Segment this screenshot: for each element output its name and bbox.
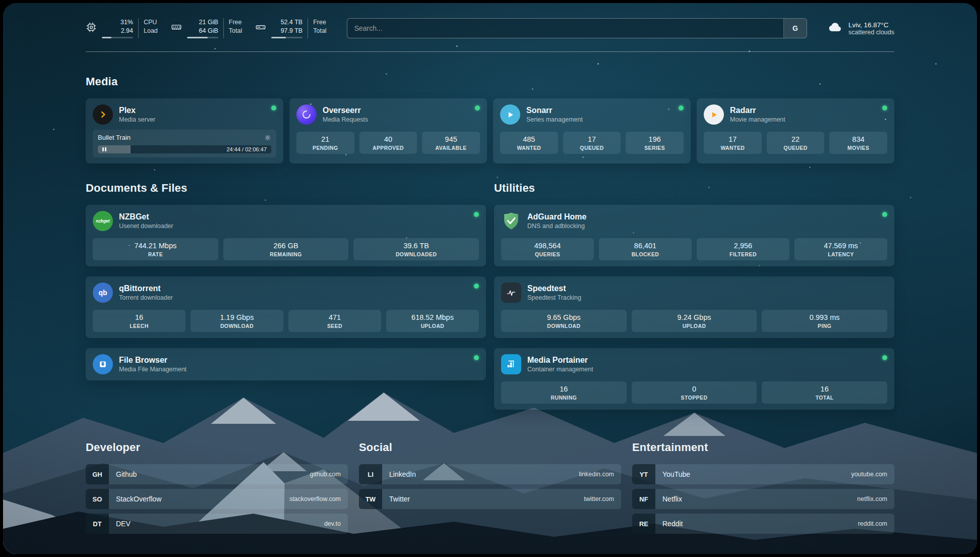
stat-queued: 22QUEUED [767,132,825,154]
service-title: Sonarr [526,106,583,115]
stat-stopped: 0STOPPED [632,381,757,404]
bookmark-stackoverflow[interactable]: SO StackOverflow stackoverflow.com [86,489,348,509]
qbittorrent-card[interactable]: qb qBittorrent Torrent downloader 16LEEC… [86,276,486,338]
search-input[interactable] [347,24,783,32]
portainer-icon [501,354,521,374]
bookmark-reddit[interactable]: RE Reddit reddit.com [632,514,894,534]
bookmark-github[interactable]: GH Github github.com [86,464,348,484]
section-media: Media Plex Media server [86,75,894,163]
service-title: File Browser [119,356,187,365]
service-subtitle: Series management [526,116,583,123]
service-subtitle: Movie management [730,116,785,123]
now-playing-title: Bullet Train [98,134,131,141]
weather-widget[interactable]: Lviv, 16.87°C scattered clouds [827,19,894,37]
bookmark-name: YouTube [662,470,690,478]
memory-label-top: Free [229,18,242,26]
two-column-area: Documents & Files nzbget NZBGet Usenet d… [86,182,894,420]
bookmark-url: reddit.com [858,520,894,527]
gear-icon[interactable] [264,134,271,141]
portainer-card[interactable]: Media Portainer Container management 16R… [494,348,894,410]
stat-upload: 9.24 GbpsUPLOAD [632,310,757,332]
stat-downloaded: 39.6 TBDOWNLOADED [353,238,479,260]
section-title-social: Social [359,441,621,454]
service-title: AdGuard Home [527,212,586,221]
overseerr-icon [296,104,317,125]
bookmark-url: youtube.com [851,471,894,478]
memory-label-bottom: Total [229,27,242,35]
status-dot-online [882,355,887,360]
stat-wanted: 17WANTED [704,132,762,154]
sonarr-card[interactable]: Sonarr Series management 485WANTED 17QUE… [493,98,691,163]
plex-card[interactable]: Plex Media server Bullet Train [86,98,283,163]
cpu-percent: 31% [120,18,133,26]
status-dot-online [475,105,480,110]
speedtest-card[interactable]: Speedtest Speedtest Tracking 9.65 GbpsDO… [494,276,894,338]
cloud-icon [827,19,843,37]
stat-blocked: 86,401BLOCKED [599,238,692,260]
section-title-entertainment: Entertainment [632,441,894,454]
bookmark-twitter[interactable]: TW Twitter twitter.com [359,489,621,509]
memory-icon [171,22,182,35]
search-bar: G [347,18,807,38]
bookmark-url: github.com [310,471,348,478]
status-dot-online [474,284,479,289]
nzbget-card[interactable]: nzbget NZBGet Usenet downloader 744.21 M… [86,205,486,266]
service-subtitle: Torrent downloader [119,294,173,301]
disk-widget: 52.4 TB 97.9 TB Free Total [255,18,326,38]
disk-icon [255,22,266,35]
bookmark-youtube[interactable]: YT YouTube youtube.com [632,464,894,484]
section-title-developer: Developer [86,441,348,454]
filebrowser-card[interactable]: File Browser Media File Management [86,348,486,380]
disk-total: 97.9 TB [281,27,303,35]
bookmark-dev[interactable]: DT DEV dev.to [86,514,348,534]
bookmark-abbr: NF [632,489,655,509]
stat-remaining: 266 GBREMAINING [223,238,349,260]
dashboard-frame: 31% 2.94 CPU Load [3,3,977,554]
bookmark-abbr: SO [86,489,109,509]
bookmark-name: DEV [116,520,131,528]
stat-approved: 40APPROVED [359,132,417,154]
bookmark-group-entertainment: Entertainment YT YouTube youtube.com NF … [632,441,894,538]
weather-location-temp: Lviv, 16.87°C [848,21,894,29]
stat-running: 16RUNNING [501,381,627,404]
service-subtitle: DNS and adblocking [527,222,586,230]
playback-progress-bar[interactable]: 24:44 / 02:06:47 [98,145,271,153]
bookmark-netflix[interactable]: NF Netflix netflix.com [632,489,894,509]
service-title: qBittorrent [119,284,173,293]
bookmark-name: Netflix [662,495,682,503]
stat-download: 1.19 GbpsDOWNLOAD [191,310,283,332]
stat-latency: 47.569 msLATENCY [794,238,887,260]
memory-free: 21 GiB [199,18,218,26]
stat-total: 16TOTAL [762,381,887,404]
adguard-card[interactable]: AdGuard Home DNS and adblocking 498,564Q… [494,205,894,266]
bookmark-group-social: Social LI LinkedIn linkedin.com TW Twitt… [359,441,621,514]
section-title-documents: Documents & Files [86,182,486,195]
stat-movies: 834MOVIES [829,132,887,154]
service-title: NZBGet [119,212,173,221]
search-provider-button[interactable]: G [783,19,807,38]
service-title: Speedtest [527,284,581,293]
radarr-card[interactable]: Radarr Movie management 17WANTED 22QUEUE… [697,98,894,163]
dashboard-content: 31% 2.94 CPU Load [3,3,977,554]
cpu-icon [86,22,97,35]
bookmark-url: linkedin.com [579,471,621,478]
stat-wanted: 485WANTED [500,132,558,154]
pause-icon[interactable] [102,147,106,151]
section-title-media: Media [86,75,894,88]
stat-upload: 618.52 MbpsUPLOAD [386,310,479,332]
status-dot-online [271,105,276,110]
bookmark-linkedin[interactable]: LI LinkedIn linkedin.com [359,464,621,484]
stat-queued: 17QUEUED [563,132,621,154]
stat-queries: 498,564QUERIES [501,238,594,260]
status-dot-online [679,105,684,110]
sonarr-icon [500,104,520,125]
background-stars [3,3,4,4]
stat-ping: 0.993 msPING [762,310,887,332]
disk-free: 52.4 TB [281,18,303,26]
status-dot-online [882,212,887,217]
service-title: Overseerr [323,106,368,115]
cpu-usage-bar [102,37,133,38]
bookmark-name: Twitter [389,495,410,503]
overseerr-card[interactable]: Overseerr Media Requests 21PENDING 40APP… [289,98,487,163]
top-bar: 31% 2.94 CPU Load [86,3,894,38]
